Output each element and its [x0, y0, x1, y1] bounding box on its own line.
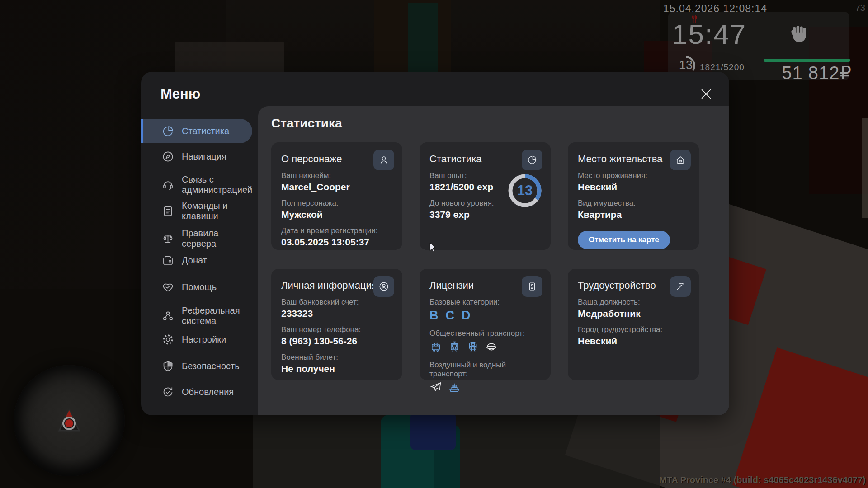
plane-icon	[429, 381, 442, 395]
field-value: 233323	[281, 308, 392, 319]
card-licenses: Лицензии Базовые категории: BCD Обществе…	[420, 269, 551, 380]
level-number: 13	[507, 183, 542, 199]
card-statistics: Статистика Ваш опыт: 1821/5200 exp До но…	[420, 142, 551, 250]
sidebar-item-label: Реферальная система	[182, 305, 252, 326]
captain-cap-icon	[485, 340, 498, 355]
field-label: Дата и время регистрации:	[281, 226, 392, 235]
field-label: Вид имущества:	[578, 199, 689, 208]
sidebar-item-help[interactable]: Помощь	[141, 282, 252, 292]
sidebar-item-label: Статистика	[182, 126, 229, 136]
network-icon	[162, 310, 174, 322]
licenses-public-label: Общественный транспорт:	[429, 329, 541, 338]
wallet-icon	[162, 254, 174, 267]
field-label: Место проживания:	[578, 171, 689, 180]
sidebar-item-label: Донат	[182, 255, 207, 266]
content-panel: Статистика О персонаже Ваш никнейм: Marc…	[258, 106, 729, 415]
category-c: C	[446, 309, 456, 322]
ship-icon	[448, 381, 461, 395]
license-card-icon	[522, 276, 542, 297]
sidebar-item-label: Команды и клавиши	[182, 201, 252, 221]
field-value: 3379 exp	[429, 209, 541, 220]
card-residence: Место жительства Место проживания: Невск…	[568, 142, 699, 250]
sidebar-item-label: Связь с администрацией	[182, 174, 252, 195]
licenses-base-label: Базовые категории:	[429, 298, 541, 307]
heart-hands-icon	[162, 281, 174, 293]
scales-icon	[162, 233, 174, 245]
sidebar-item-label: Настройки	[182, 334, 226, 345]
gear-icon	[162, 333, 174, 346]
field-label: Город трудоустройства:	[578, 325, 689, 334]
field-label: Пол персонажа:	[281, 199, 392, 208]
field-value: Marcel_Cooper	[281, 182, 392, 192]
sidebar-item-navigation[interactable]: Навигация	[141, 151, 252, 162]
metro-icon	[467, 340, 479, 355]
sidebar-item-security[interactable]: Безопасность	[141, 361, 252, 371]
stats-cards-grid: О персонаже Ваш никнейм: Marcel_Cooper П…	[271, 142, 699, 380]
server-build-label: MTA Province #4 (build: s4065c4023r1436v…	[659, 475, 866, 485]
hud-money: 51 812₽	[782, 62, 852, 83]
update-check-icon	[162, 386, 174, 398]
pie-chart-icon	[522, 150, 542, 170]
document-list-icon	[162, 205, 174, 217]
level-progress-ring: 13	[507, 173, 542, 208]
sidebar-item-statistics[interactable]: Статистика	[141, 119, 252, 143]
pickaxe-icon	[670, 276, 691, 297]
close-icon	[698, 95, 714, 103]
card-employment: Трудоустройство Ваша должность: Медработ…	[568, 269, 699, 380]
mouse-cursor	[429, 242, 439, 255]
licenses-air-water-label: Воздушный и водный транспорт:	[429, 361, 541, 379]
sidebar-item-admin-contact[interactable]: Связь с администрацией	[141, 174, 252, 195]
sidebar-item-server-rules[interactable]: Правила сервера	[141, 228, 252, 249]
menu-title: Меню	[160, 86, 200, 102]
sidebar-item-commands-keys[interactable]: Команды и клавиши	[141, 201, 252, 221]
field-label: Ваш номер телефона:	[281, 325, 392, 334]
hud-panel: 15:47 13 1821/5200 51 812₽	[668, 12, 849, 80]
field-label: Военный билет:	[281, 353, 392, 362]
game-screen: 15.04.2026 12:08:14 73 15:47 13	[0, 0, 868, 488]
page-title: Статистика	[271, 116, 342, 131]
person-icon	[373, 150, 394, 170]
player-marker	[55, 407, 83, 435]
air-water-transport-icons	[429, 381, 541, 395]
sidebar-item-label: Помощь	[182, 282, 217, 292]
sidebar-item-referral-system[interactable]: Реферальная система	[141, 305, 252, 326]
fist-icon	[787, 22, 811, 48]
field-value: 8 (963) 130-56-26	[281, 336, 392, 347]
hud-armor-bar	[764, 59, 850, 62]
field-label: Ваш банковский счет:	[281, 298, 392, 307]
sidebar-item-updates[interactable]: Обновления	[141, 387, 252, 397]
close-button[interactable]	[698, 86, 714, 102]
field-label: Ваша должность:	[578, 298, 689, 307]
minimap	[14, 365, 125, 476]
shield-icon	[162, 360, 174, 372]
field-value: Не получен	[281, 363, 392, 374]
field-value: 03.05.2025 13:05:37	[281, 237, 392, 248]
headset-icon	[162, 179, 174, 191]
sidebar-item-label: Правила сервера	[182, 228, 252, 249]
field-value: Медработник	[578, 308, 689, 319]
field-value: Невский	[578, 182, 689, 192]
pie-chart-icon	[162, 125, 174, 137]
tram-icon	[448, 340, 461, 355]
card-about-character: О персонаже Ваш никнейм: Marcel_Cooper П…	[271, 142, 402, 250]
sidebar-item-settings[interactable]: Настройки	[141, 334, 252, 345]
hud-fps-counter: 73	[855, 3, 865, 13]
sidebar-item-donate[interactable]: Донат	[141, 255, 252, 266]
sidebar-item-label: Навигация	[182, 151, 226, 162]
license-categories: BCD	[429, 309, 541, 323]
mark-on-map-button[interactable]: Отметить на карте	[578, 231, 670, 249]
field-value: Невский	[578, 336, 689, 347]
category-b: B	[429, 309, 439, 322]
field-label: Ваш никнейм:	[281, 171, 392, 180]
hud-exp-counter: 1821/5200	[700, 62, 745, 72]
person-circle-icon	[373, 276, 394, 297]
house-icon	[670, 150, 691, 170]
compass-icon	[162, 150, 174, 163]
field-value: Мужской	[281, 209, 392, 220]
category-d: D	[462, 309, 472, 322]
hud-level-number: 13	[675, 58, 696, 72]
sidebar-item-label: Обновления	[182, 387, 234, 397]
public-transport-icons	[429, 341, 541, 354]
card-personal-info: Личная информация Ваш банковский счет: 2…	[271, 269, 402, 380]
hud-clock: 15:47	[672, 18, 746, 50]
